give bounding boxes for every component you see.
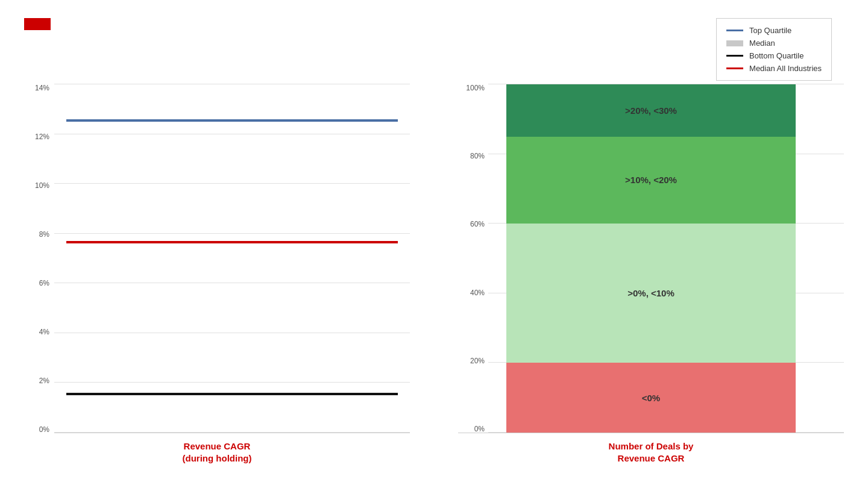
marker-top-quartile-line: [66, 119, 398, 122]
stack-segment-seg-20-30: >20%, <30%: [506, 84, 796, 137]
left-chart-body: [54, 84, 410, 433]
left-y-label: 0%: [39, 426, 49, 433]
right-chart-body: 100%80%60%40%20%0%<0%>0%, <10%>10%, <20%…: [458, 84, 844, 433]
legend-item-median: Median: [726, 39, 822, 48]
legend-item-median-all-industry: Median All Industries: [726, 64, 822, 73]
stack-segment-seg-10-20: >10%, <20%: [506, 137, 796, 224]
right-y-label: 20%: [470, 357, 485, 364]
left-grid-line: [54, 432, 410, 433]
marker-median-all-ind-line: [66, 241, 398, 243]
header-banner: [24, 18, 51, 30]
left-y-label: 8%: [39, 231, 49, 238]
left-chart-plot: 14%12%10%8%6%4%2%0%: [24, 84, 410, 433]
left-y-label: 14%: [35, 84, 49, 92]
left-y-label: 2%: [39, 377, 49, 384]
legend-line-median-all-industry: [726, 67, 743, 69]
right-y-axis: 100%80%60%40%20%0%: [458, 84, 488, 433]
legend-line-median: [726, 40, 743, 46]
left-grid-line: [54, 134, 410, 134]
left-chart: 14%12%10%8%6%4%2%0% Revenue CAGR(during …: [24, 84, 410, 464]
right-y-label: 100%: [466, 84, 485, 92]
legend-label-median: Median: [749, 39, 775, 48]
legend-label-top-quartile: Top Quartile: [749, 26, 791, 35]
right-y-label: 40%: [470, 289, 485, 296]
right-chart-x-label: Number of Deals byRevenue CAGR: [458, 440, 844, 464]
legend-line-top-quartile: [726, 30, 743, 31]
left-grid-line: [54, 333, 410, 333]
legend-item-top-quartile: Top Quartile: [726, 26, 822, 35]
left-grid-line: [54, 283, 410, 283]
right-chart: 100%80%60%40%20%0%<0%>0%, <10%>10%, <20%…: [458, 84, 844, 464]
legend-item-bottom-quartile: Bottom Quartile: [726, 51, 822, 60]
stacked-bar: <0%>0%, <10%>10%, <20%>20%, <30%: [506, 84, 796, 433]
left-y-label: 6%: [39, 280, 49, 287]
left-grid-line: [54, 183, 410, 184]
charts-area: 14%12%10%8%6%4%2%0% Revenue CAGR(during …: [24, 84, 844, 464]
legend: Top QuartileMedianBottom QuartileMedian …: [716, 18, 832, 81]
right-y-label: 80%: [470, 152, 485, 160]
left-y-axis: 14%12%10%8%6%4%2%0%: [24, 84, 54, 433]
left-grid-line: [54, 84, 410, 84]
legend-line-bottom-quartile: [726, 55, 743, 57]
left-y-label: 4%: [39, 328, 49, 336]
left-chart-x-label: Revenue CAGR(during holding): [24, 440, 410, 464]
marker-bottom-quartile-line: [66, 393, 398, 395]
left-y-label: 12%: [35, 133, 49, 140]
left-grid-line: [54, 382, 410, 383]
stack-segment-seg-0-10: >0%, <10%: [506, 224, 796, 363]
left-y-label: 10%: [35, 182, 49, 189]
right-y-label: 0%: [474, 425, 485, 433]
legend-label-bottom-quartile: Bottom Quartile: [749, 51, 804, 60]
legend-label-median-all-industry: Median All Industries: [749, 64, 822, 73]
right-y-label: 60%: [470, 221, 485, 228]
stack-segment-seg-negative: <0%: [506, 363, 796, 433]
left-grid-line: [54, 233, 410, 234]
